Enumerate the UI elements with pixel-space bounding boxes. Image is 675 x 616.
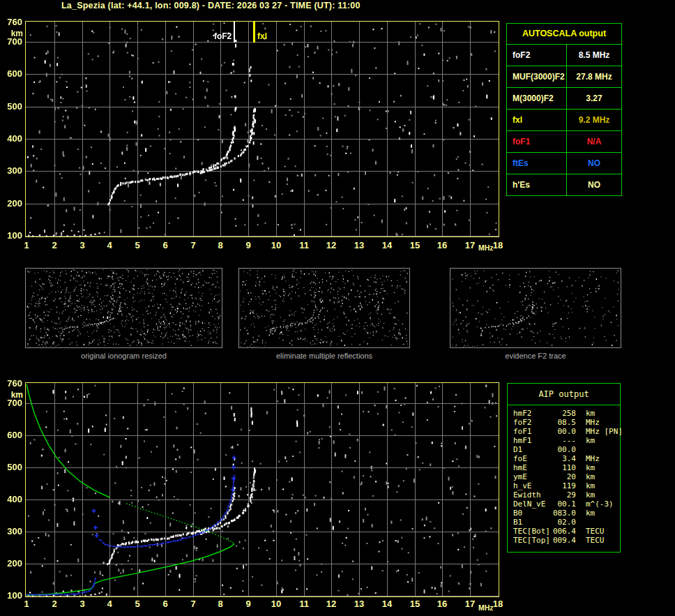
x-tick-top-3: 3 <box>74 241 91 250</box>
x-tick-top-8: 8 <box>212 241 229 250</box>
y-tick-bottom-600: 600 <box>1 430 22 440</box>
aip-val: 08.5 <box>552 418 576 427</box>
aip-unit: TECU <box>586 536 620 545</box>
aip-row-d1: D100.0 <box>513 445 620 454</box>
aip-row-fof2: foF208.5MHz <box>513 418 620 427</box>
aip-gap <box>576 472 586 481</box>
aip-unit: km <box>586 436 620 445</box>
aip-row-b0: B0083.0km <box>513 509 620 518</box>
autoscala-row-hes: h'EsNO <box>507 174 621 195</box>
aip-val: 258 <box>552 409 576 418</box>
y-tick-bottom-200: 200 <box>1 559 22 569</box>
aip-unit: km <box>586 409 620 418</box>
x-tick-top-5: 5 <box>129 241 146 250</box>
x-tick-bottom-4: 4 <box>101 599 118 609</box>
aip-table: AIP output hmF2258kmfoF208.5MHzfoF100.0M… <box>507 383 621 553</box>
x-tick-bottom-15: 15 <box>407 599 423 609</box>
aip-gap <box>576 418 586 427</box>
autoscala-param-label: foF2 <box>507 45 567 66</box>
aip-unit: MHz <box>586 454 620 463</box>
aip-row-hmf1: hmF1---km <box>513 436 620 445</box>
aip-gap <box>576 454 586 463</box>
aip-name: TEC[Top] <box>513 536 552 545</box>
aip-name: h_vE <box>513 481 552 490</box>
x-tick-top-2: 2 <box>46 241 63 250</box>
y-tick-bottom-700: 700 <box>1 398 22 408</box>
aip-gap <box>576 409 586 418</box>
aip-unit <box>586 518 620 527</box>
aip-table-header: AIP output <box>508 384 620 405</box>
autoscala-row-fof2: foF28.5 MHz <box>507 44 621 66</box>
aip-name: hmF2 <box>513 409 552 418</box>
aip-val: 009.4 <box>552 536 576 545</box>
x-tick-bottom-2: 2 <box>46 599 63 609</box>
y-tick-bottom-760: 760 <box>1 379 22 389</box>
x-tick-top-11: 11 <box>296 241 312 250</box>
autoscala-param-value: NO <box>567 153 621 174</box>
x-tick-bottom-14: 14 <box>379 599 395 609</box>
aip-name: B0 <box>513 509 552 518</box>
aip-row-tectop: TEC[Top]009.4TECU <box>513 536 620 545</box>
y-tick-top-500: 500 <box>1 102 22 112</box>
x-tick-top-7: 7 <box>185 241 202 250</box>
autoscala-row-muf3000f2: MUF(3000)F227.8 MHz <box>507 66 621 87</box>
aip-name: D1 <box>513 445 552 454</box>
x-tick-bottom-18: 18 <box>490 599 506 609</box>
aip-val: 00.0 <box>552 445 576 454</box>
x-tick-bottom-6: 6 <box>157 599 174 609</box>
aip-val: 20 <box>552 472 576 481</box>
aip-gap <box>576 527 586 536</box>
aip-gap <box>576 536 586 545</box>
autoscala-param-label: ftEs <box>507 153 567 174</box>
aip-name: foF1 <box>513 427 552 436</box>
autoscala-param-value: N/A <box>567 131 621 152</box>
panel-eliminate-reflections-canvas <box>238 268 410 348</box>
top-ionogram-canvas <box>25 21 499 237</box>
aip-unit: MHz <box>586 418 620 427</box>
aip-row-hme: hmE110km <box>513 463 620 472</box>
aip-val: 00.0 <box>552 427 576 436</box>
aip-val: 02.0 <box>552 518 576 527</box>
y-tick-top-100: 100 <box>1 231 22 241</box>
aip-val: 083.0 <box>552 509 576 518</box>
x-tick-bottom-1: 1 <box>18 599 35 609</box>
autoscala-param-label: foF1 <box>507 131 567 152</box>
autoscala-param-value: 27.8 MHz <box>567 66 621 87</box>
aip-gap <box>576 481 586 490</box>
aip-unit: km <box>586 490 620 499</box>
y-tick-top-300: 300 <box>1 166 22 176</box>
aip-name: ymE <box>513 472 552 481</box>
aip-name: Ewidth <box>513 490 552 499</box>
x-tick-top-6: 6 <box>157 241 174 250</box>
aip-gap <box>576 463 586 472</box>
aip-row-hmf2: hmF2258km <box>513 409 620 418</box>
x-tick-top-4: 4 <box>101 241 118 250</box>
autoscala-param-value: 3.27 <box>567 88 621 109</box>
x-tick-bottom-3: 3 <box>74 599 91 609</box>
y-tick-top-700: 700 <box>1 37 22 47</box>
autoscala-row-m3000f2: M(3000)F23.27 <box>507 87 621 109</box>
aip-val: 29 <box>552 490 576 499</box>
aip-name: B1 <box>513 518 552 527</box>
aip-name: DelN_vE <box>513 499 552 509</box>
x-tick-bottom-17: 17 <box>462 599 478 609</box>
aip-name: TEC[Bot] <box>513 527 552 536</box>
aip-gap <box>576 499 586 509</box>
aip-unit: MHz [PN] <box>586 427 623 436</box>
x-tick-top-16: 16 <box>434 241 450 250</box>
panel-caption-reflections: eliminate multiple reflections <box>238 352 410 360</box>
y-tick-top-200: 200 <box>1 199 22 209</box>
autoscala-param-label: h'Es <box>507 174 567 195</box>
x-tick-top-10: 10 <box>268 241 285 250</box>
x-tick-top-9: 9 <box>240 241 257 250</box>
x-tick-bottom-8: 8 <box>212 599 229 609</box>
y-tick-top-600: 600 <box>1 69 22 79</box>
aip-row-ewidth: Ewidth29km <box>513 490 620 499</box>
autoscala-param-label: MUF(3000)F2 <box>507 66 567 87</box>
autoscala-row-ftes: ftEsNO <box>507 152 621 174</box>
autoscala-table-body: foF28.5 MHzMUF(3000)F227.8 MHzM(3000)F23… <box>507 44 621 195</box>
aip-unit: km <box>586 481 620 490</box>
aip-name: foF2 <box>513 418 552 427</box>
aip-gap <box>576 445 586 454</box>
fxi-marker-label: fxl <box>257 32 267 41</box>
